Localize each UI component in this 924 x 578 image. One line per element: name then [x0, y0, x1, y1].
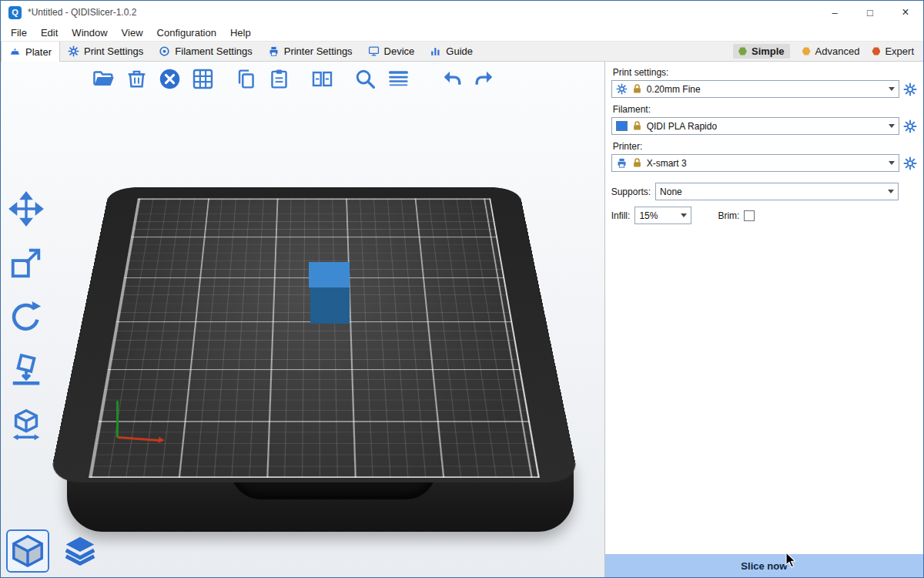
3d-editor-view-button[interactable]: [6, 529, 49, 573]
printer-icon: [268, 45, 280, 57]
tab-label: Print Settings: [84, 45, 143, 57]
model-cube-front-face[interactable]: [310, 287, 350, 324]
preview-layers-view-button[interactable]: [59, 529, 102, 573]
maximize-button[interactable]: □: [852, 1, 888, 24]
tab-label: Guide: [446, 45, 473, 57]
split-button[interactable]: [309, 66, 335, 92]
move-tool-button[interactable]: [8, 191, 44, 227]
minimize-button[interactable]: –: [817, 1, 852, 24]
viewport-toolbar: [90, 66, 504, 92]
chevron-down-icon: [889, 161, 895, 165]
menu-help[interactable]: Help: [223, 27, 258, 39]
supports-combo[interactable]: None: [655, 183, 899, 200]
mode-label: Expert: [885, 45, 914, 57]
gear-icon: [903, 82, 917, 96]
close-button[interactable]: ×: [888, 1, 923, 24]
infill-label: Infill:: [611, 210, 631, 221]
scale-tool-icon: [8, 245, 44, 281]
variable-layer-height-icon: [387, 68, 410, 90]
tab-label: Printer Settings: [284, 45, 353, 57]
menu-edit[interactable]: Edit: [34, 27, 65, 39]
filament-value: QIDI PLA Rapido: [647, 121, 717, 132]
chevron-down-icon: [889, 124, 895, 128]
delete-all-button[interactable]: [156, 66, 182, 92]
supports-value: None: [660, 187, 682, 197]
search-button[interactable]: [352, 66, 378, 92]
edit-printer-button[interactable]: [903, 156, 917, 170]
bed-grid: [89, 198, 540, 477]
brim-checkbox[interactable]: [744, 210, 755, 221]
undo-button[interactable]: [438, 66, 464, 92]
3d-viewport[interactable]: [1, 62, 604, 577]
place-on-face-tool-icon: [8, 353, 44, 388]
redo-button[interactable]: [471, 66, 497, 92]
menu-view[interactable]: View: [115, 27, 150, 39]
printer-combo[interactable]: X-smart 3: [611, 154, 899, 172]
plater-icon: [9, 46, 21, 58]
tab-plater[interactable]: Plater: [1, 42, 60, 62]
tab-filament-settings[interactable]: Filament Settings: [151, 42, 259, 61]
printer-icon: [616, 157, 628, 169]
copy-button[interactable]: [233, 66, 259, 92]
tab-print-settings[interactable]: Print Settings: [60, 42, 151, 61]
chevron-down-icon: [888, 190, 894, 193]
infill-combo[interactable]: 15%: [634, 207, 691, 224]
simple-mode-dot-icon: [738, 47, 747, 55]
preview-layers-view-icon: [62, 533, 98, 569]
lock-icon: [631, 120, 643, 132]
tab-device[interactable]: Device: [360, 42, 423, 61]
redo-icon: [474, 68, 496, 90]
filament-combo[interactable]: QIDI PLA Rapido: [611, 117, 899, 135]
advanced-mode-dot-icon: [802, 47, 811, 55]
move-tool-icon: [8, 191, 44, 227]
filament-color-swatch: [616, 121, 628, 131]
menu-configuration[interactable]: Configuration: [150, 27, 223, 39]
delete-button[interactable]: [123, 66, 149, 92]
gear-icon: [903, 119, 917, 133]
search-icon: [354, 68, 377, 90]
variable-layer-height-button[interactable]: [385, 66, 411, 92]
delete-icon: [126, 68, 148, 90]
paste-button[interactable]: [266, 66, 292, 92]
supports-label: Supports:: [611, 187, 651, 197]
tab-label: Plater: [25, 46, 52, 58]
arrange-button[interactable]: [189, 66, 216, 92]
open-folder-button[interactable]: [90, 66, 116, 92]
gear-icon: [68, 45, 79, 57]
menubar: File Edit Window View Configuration Help: [1, 24, 923, 41]
edit-filament-button[interactable]: [903, 119, 917, 133]
tab-label: Filament Settings: [175, 45, 252, 57]
settings-sidebar: Print settings: 0.20mm Fine Filament:: [604, 62, 923, 577]
rotate-tool-icon: [8, 299, 44, 334]
printer-value: X-smart 3: [647, 158, 687, 169]
tabbar: Plater Print Settings Filament Settings …: [1, 41, 923, 62]
tab-printer-settings[interactable]: Printer Settings: [260, 42, 360, 61]
app-window: Q *Untitled - QIDISlicer-1.0.2 – □ × Fil…: [0, 0, 924, 578]
tab-guide[interactable]: Guide: [422, 42, 480, 61]
paste-icon: [268, 68, 290, 90]
menu-file[interactable]: File: [4, 27, 34, 39]
arrange-icon: [192, 68, 214, 90]
expert-mode-dot-icon: [872, 47, 880, 55]
mode-advanced[interactable]: Advanced: [802, 45, 860, 57]
place-on-face-tool-button[interactable]: [8, 353, 44, 388]
edit-print-settings-button[interactable]: [903, 82, 917, 96]
print-settings-combo[interactable]: 0.20mm Fine: [611, 80, 899, 98]
gear-icon: [616, 83, 628, 95]
mode-expert[interactable]: Expert: [872, 45, 914, 57]
titlebar: Q *Untitled - QIDISlicer-1.0.2 – □ ×: [1, 1, 923, 24]
copy-icon: [235, 68, 257, 90]
scale-tool-button[interactable]: [8, 245, 44, 281]
device-icon: [368, 45, 380, 57]
slice-now-button[interactable]: Slice now: [605, 554, 923, 577]
filament-label: Filament:: [613, 104, 916, 115]
window-title: *Untitled - QIDISlicer-1.0.2: [28, 7, 136, 18]
model-cube-top-face[interactable]: [309, 262, 350, 287]
mode-label: Simple: [752, 45, 785, 57]
rotate-tool-button[interactable]: [8, 299, 44, 334]
mode-simple[interactable]: Simple: [733, 44, 790, 59]
delete-all-icon: [159, 68, 181, 90]
measure-tool-button[interactable]: [8, 407, 44, 442]
menu-window[interactable]: Window: [65, 27, 114, 39]
mode-selector: Simple Advanced Expert: [733, 42, 923, 61]
